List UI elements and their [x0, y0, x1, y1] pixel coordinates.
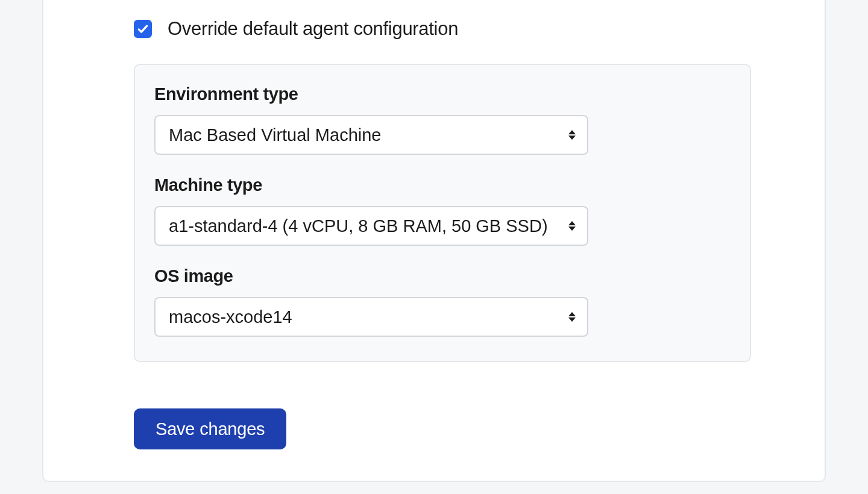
machine-type-select[interactable]: a1-standard-4 (4 vCPU, 8 GB RAM, 50 GB S…: [154, 206, 588, 246]
override-checkbox-row[interactable]: Override default agent configuration: [134, 18, 755, 40]
agent-config-panel: Environment type Mac Based Virtual Machi…: [134, 64, 751, 362]
override-checkbox[interactable]: [134, 20, 152, 38]
machine-type-select-wrap: a1-standard-4 (4 vCPU, 8 GB RAM, 50 GB S…: [154, 206, 588, 246]
environment-type-select-wrap: Mac Based Virtual Machine: [154, 115, 588, 155]
os-image-field: OS image macos-xcode14: [154, 266, 731, 337]
environment-type-label: Environment type: [154, 84, 731, 104]
override-checkbox-label: Override default agent configuration: [168, 18, 458, 40]
os-image-select[interactable]: macos-xcode14: [154, 297, 588, 337]
save-changes-button[interactable]: Save changes: [134, 408, 286, 449]
agent-config-section: Override default agent configuration Env…: [134, 18, 755, 362]
machine-type-field: Machine type a1-standard-4 (4 vCPU, 8 GB…: [154, 175, 731, 246]
os-image-select-wrap: macos-xcode14: [154, 297, 588, 337]
environment-type-field: Environment type Mac Based Virtual Machi…: [154, 84, 731, 155]
machine-type-label: Machine type: [154, 175, 731, 195]
os-image-label: OS image: [154, 266, 731, 286]
environment-type-select[interactable]: Mac Based Virtual Machine: [154, 115, 588, 155]
settings-card: Override default agent configuration Env…: [42, 0, 826, 482]
checkmark-icon: [137, 23, 149, 35]
